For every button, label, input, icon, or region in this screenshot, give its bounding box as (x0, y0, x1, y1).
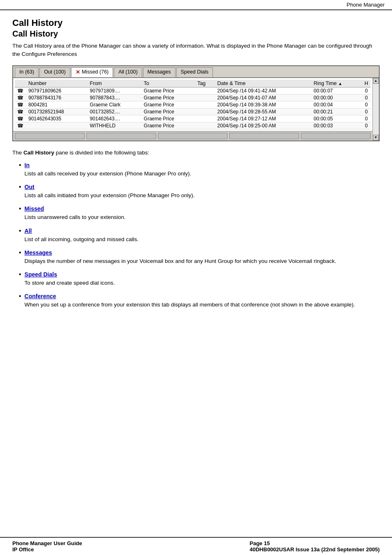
scroll-up-button[interactable]: ▲ (373, 78, 379, 84)
row-icon: ☎ (15, 115, 26, 122)
status-seg-1 (15, 133, 85, 139)
bullet-list: • In Lists all calls received by your ex… (12, 161, 380, 309)
row-to: Graeme Price (141, 87, 195, 94)
row-ringtime: 00:00:07 (311, 87, 362, 94)
row-ringtime: 00:00:00 (311, 94, 362, 101)
bullet-link-messages[interactable]: Messages (25, 249, 52, 256)
row-tag (195, 94, 215, 101)
bullet-link-all[interactable]: All (25, 228, 32, 234)
bullet-link-speed-dials[interactable]: Speed Dials (25, 271, 57, 278)
bullet-content: All List of all incoming, outgoing and m… (25, 227, 139, 244)
bullet-content: Messages Displays the number of new mess… (25, 249, 337, 265)
row-from: WITHHELD (88, 122, 141, 129)
row-tag (195, 122, 215, 129)
row-h: 0 (362, 122, 371, 129)
tab-missed[interactable]: ✕ Missed (76) (71, 67, 113, 77)
call-table-wrapper: Number From To Tag Date & Time Ring Time… (13, 78, 372, 131)
row-number: 8004281 (26, 101, 88, 108)
row-to: Graeme Price (141, 115, 195, 122)
bullet-link-conference[interactable]: Conference (25, 293, 56, 299)
col-icon (15, 80, 26, 88)
row-number: 907887843176 (26, 94, 88, 101)
row-icon: ☎ (15, 101, 26, 108)
table-header-row: Number From To Tag Date & Time Ring Time… (15, 80, 371, 88)
row-tag (195, 108, 215, 115)
bullet-item-out: • Out Lists all calls initiated from you… (19, 183, 380, 200)
bullet-dot: • (19, 249, 21, 256)
row-to: Graeme Price (141, 94, 195, 101)
table-row: ☎ 901462643035 901462643.... Graeme Pric… (15, 115, 371, 122)
row-datetime: 2004/Sep /14 09:28-55 AM (215, 108, 311, 115)
row-datetime: 2004/Sep /14 09:41-07 AM (215, 94, 311, 101)
top-bar: Phone Manager (0, 0, 392, 10)
row-h: 0 (362, 101, 371, 108)
tab-all[interactable]: All (100) (114, 67, 142, 77)
row-datetime: 2004/Sep /14 09:25-00 AM (215, 122, 311, 129)
table-row: ☎ 907971809626 907971809.... Graeme Pric… (15, 87, 371, 94)
row-tag (195, 87, 215, 94)
bullet-dot: • (19, 292, 21, 300)
bullet-desc-conference: When you set up a conference from your e… (25, 301, 355, 309)
v-scrollbar: ▲ ▼ (372, 78, 379, 140)
below-panel-intro: The Call History pane is divided into th… (12, 149, 380, 157)
row-from: 001732852.... (88, 108, 141, 115)
bullet-content: Speed Dials To store and create speed di… (25, 270, 115, 287)
bullet-link-out[interactable]: Out (25, 184, 35, 190)
row-ringtime: 00:00:04 (311, 101, 362, 108)
row-number: 907971809626 (26, 87, 88, 94)
bullet-link-in[interactable]: In (25, 162, 30, 168)
bullet-desc-in: Lists all calls received by your extensi… (25, 170, 191, 178)
row-tag (195, 115, 215, 122)
app-title: Phone Manager (346, 2, 385, 8)
tab-bar: In (63) Out (100) ✕ Missed (76) All (100… (13, 66, 379, 78)
row-ringtime: 00:00:05 (311, 115, 362, 122)
row-to: Graeme Price (141, 122, 195, 129)
row-icon: ☎ (15, 94, 26, 101)
col-datetime[interactable]: Date & Time (215, 80, 311, 88)
row-number: 0017328521948 (26, 108, 88, 115)
bullet-dot: • (19, 183, 21, 191)
col-to[interactable]: To (141, 80, 195, 88)
row-icon: ☎ (15, 87, 26, 94)
scroll-track (373, 84, 379, 135)
footer-right-line2: 40DHB0002USAR Issue 13a (22nd September … (250, 546, 380, 553)
col-ringtime[interactable]: Ring Time ▲ (311, 80, 362, 88)
bullet-item-missed: • Missed Lists unanswered calls to your … (19, 205, 380, 221)
tab-in[interactable]: In (63) (15, 67, 39, 77)
page-intro: The Call History area of the Phone Manag… (12, 42, 380, 59)
col-from[interactable]: From (88, 80, 141, 88)
bullet-content: Out Lists all calls initiated from your … (25, 183, 195, 200)
row-ringtime: 00:00:03 (311, 122, 362, 129)
call-history-panel: In (63) Out (100) ✕ Missed (76) All (100… (12, 65, 380, 141)
bullet-content: In Lists all calls received by your exte… (25, 161, 191, 178)
row-number: 901462643035 (26, 115, 88, 122)
row-icon: ☎ (15, 122, 26, 129)
row-from: 907971809.... (88, 87, 141, 94)
table-row: ☎ WITHHELD Graeme Price 2004/Sep /14 09:… (15, 122, 371, 129)
bullet-desc-all: List of all incoming, outgoing and misse… (25, 235, 139, 244)
tab-messages[interactable]: Messages (143, 67, 175, 77)
bullet-desc-out: Lists all calls initiated from your exte… (25, 191, 195, 200)
footer-left: Phone Manager User Guide IP Office (12, 540, 82, 553)
main-content: Call History Call History The Call Histo… (0, 10, 392, 339)
bullet-link-missed[interactable]: Missed (25, 205, 44, 212)
page-title-h2: Call History (12, 29, 380, 39)
tab-out[interactable]: Out (100) (39, 67, 70, 77)
row-datetime: 2004/Sep /14 09:41-42 AM (215, 87, 311, 94)
scroll-down-button[interactable]: ▼ (373, 135, 379, 140)
page-title-h1: Call History (12, 18, 380, 28)
row-h: 0 (362, 115, 371, 122)
tab-speed-dials[interactable]: Speed Dials (176, 67, 213, 77)
call-table: Number From To Tag Date & Time Ring Time… (15, 80, 371, 129)
table-container: Number From To Tag Date & Time Ring Time… (13, 78, 379, 140)
row-h: 0 (362, 108, 371, 115)
col-number[interactable]: Number (26, 80, 88, 88)
table-row: ☎ 907887843176 907887843.... Graeme Pric… (15, 94, 371, 101)
row-h: 0 (362, 87, 371, 94)
row-from: Graeme Clark (88, 101, 141, 108)
col-tag[interactable]: Tag (195, 80, 215, 88)
row-datetime: 2004/Sep /14 09:39-38 AM (215, 101, 311, 108)
bullet-desc-missed: Lists unanswered calls to your extension… (25, 213, 126, 221)
missed-x-icon: ✕ (76, 69, 80, 75)
row-to: Graeme Price (141, 101, 195, 108)
